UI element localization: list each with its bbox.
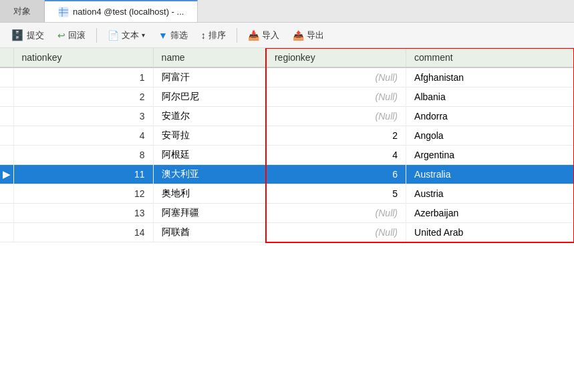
cell-comment: Australia <box>406 165 574 184</box>
import-label: 导入 <box>262 29 279 41</box>
row-indicator <box>0 126 13 146</box>
rollback-icon: ↩ <box>57 30 65 41</box>
cell-name: 阿联酋 <box>153 223 266 242</box>
cell-nationkey: 3 <box>13 107 153 126</box>
table-row[interactable]: 3安道尔(Null)Andorra <box>0 107 574 126</box>
text-dropdown-icon: ▾ <box>142 31 145 39</box>
cell-regionkey: (Null) <box>266 204 406 223</box>
cell-regionkey: (Null) <box>266 223 406 242</box>
data-table: nationkey name regionkey comment 1阿富汗(Nu… <box>0 48 574 242</box>
cell-regionkey: 4 <box>266 146 406 165</box>
separator-2 <box>237 28 237 43</box>
table-row[interactable]: 4安哥拉2Angola <box>0 126 574 146</box>
cell-regionkey: (Null) <box>266 67 406 87</box>
text-label: 文本 <box>122 29 139 41</box>
th-regionkey[interactable]: regionkey <box>266 48 406 67</box>
th-comment[interactable]: comment <box>406 48 574 67</box>
commit-icon: 🗄️ <box>11 29 24 41</box>
text-icon: 📄 <box>108 30 119 41</box>
th-name[interactable]: name <box>153 48 266 67</box>
cell-comment: Angola <box>406 126 574 146</box>
cell-regionkey: 2 <box>266 126 406 146</box>
row-indicator <box>0 184 13 204</box>
table-icon <box>58 7 69 17</box>
rollback-label: 回滚 <box>68 29 86 41</box>
import-button[interactable]: 📥 导入 <box>243 27 285 43</box>
sort-icon: ↕ <box>201 30 206 41</box>
cell-regionkey: (Null) <box>266 107 406 126</box>
table-row[interactable]: 13阿塞拜疆(Null)Azerbaijan <box>0 204 574 223</box>
row-indicator <box>0 223 13 242</box>
cell-regionkey: (Null) <box>266 87 406 107</box>
separator-1 <box>96 28 97 43</box>
tab-objects-label: 对象 <box>13 5 31 17</box>
table-row[interactable]: 1阿富汗(Null)Afghanistan <box>0 67 574 87</box>
cell-name: 安道尔 <box>153 107 266 126</box>
export-button[interactable]: 📤 导出 <box>287 27 329 43</box>
th-indicator <box>0 48 13 67</box>
cell-nationkey: 1 <box>13 67 153 87</box>
cell-nationkey: 4 <box>13 126 153 146</box>
cell-nationkey: 11 <box>13 165 153 184</box>
commit-label: 提交 <box>27 29 44 41</box>
cell-name: 阿尔巴尼 <box>153 87 266 107</box>
table-header-row: nationkey name regionkey comment <box>0 48 574 67</box>
export-icon: 📤 <box>293 30 304 41</box>
tab-nation4-label: nation4 @test (localhost) - ... <box>73 7 184 17</box>
row-indicator: ▶ <box>0 165 13 184</box>
row-indicator <box>0 87 13 107</box>
cell-comment: Afghanistan <box>406 67 574 87</box>
toolbar: 🗄️ 提交 ↩ 回滚 📄 文本 ▾ ▼ 筛选 ↕ 排序 📥 导入 📤 导出 <box>0 23 574 48</box>
cell-nationkey: 8 <box>13 146 153 165</box>
tab-bar: 对象 nation4 @test (localhost) - ... <box>0 0 574 23</box>
import-icon: 📥 <box>248 30 259 41</box>
table-row[interactable]: 8阿根廷4Argentina <box>0 146 574 165</box>
text-button[interactable]: 📄 文本 ▾ <box>102 27 150 43</box>
cell-name: 澳大利亚 <box>153 165 266 184</box>
cell-regionkey: 6 <box>266 165 406 184</box>
table-wrapper: nationkey name regionkey comment 1阿富汗(Nu… <box>0 48 574 242</box>
cell-comment: United Arab <box>406 223 574 242</box>
filter-button[interactable]: ▼ 筛选 <box>153 27 193 43</box>
table-row[interactable]: ▶11澳大利亚6Australia <box>0 165 574 184</box>
row-indicator <box>0 204 13 223</box>
cell-regionkey: 5 <box>266 184 406 204</box>
row-indicator <box>0 67 13 87</box>
cell-name: 阿富汗 <box>153 67 266 87</box>
row-indicator <box>0 146 13 165</box>
th-nationkey[interactable]: nationkey <box>13 48 153 67</box>
table-row[interactable]: 12奥地利5Austria <box>0 184 574 204</box>
cell-nationkey: 14 <box>13 223 153 242</box>
cell-name: 安哥拉 <box>153 126 266 146</box>
table-container: nationkey name regionkey comment 1阿富汗(Nu… <box>0 48 574 392</box>
cell-comment: Argentina <box>406 146 574 165</box>
cell-name: 阿根廷 <box>153 146 266 165</box>
rollback-button[interactable]: ↩ 回滚 <box>52 27 91 43</box>
table-row[interactable]: 14阿联酋(Null)United Arab <box>0 223 574 242</box>
cell-nationkey: 2 <box>13 87 153 107</box>
table-row[interactable]: 2阿尔巴尼(Null)Albania <box>0 87 574 107</box>
cell-comment: Albania <box>406 87 574 107</box>
cell-nationkey: 13 <box>13 204 153 223</box>
filter-label: 筛选 <box>170 29 188 41</box>
tab-objects[interactable]: 对象 <box>0 0 45 22</box>
cell-name: 奥地利 <box>153 184 266 204</box>
sort-label: 排序 <box>208 29 226 41</box>
svg-rect-0 <box>59 7 68 17</box>
tab-nation4[interactable]: nation4 @test (localhost) - ... <box>45 0 198 22</box>
cell-name: 阿塞拜疆 <box>153 204 266 223</box>
cell-comment: Austria <box>406 184 574 204</box>
filter-icon: ▼ <box>158 30 168 41</box>
cell-nationkey: 12 <box>13 184 153 204</box>
row-indicator <box>0 107 13 126</box>
cell-comment: Andorra <box>406 107 574 126</box>
commit-button[interactable]: 🗄️ 提交 <box>5 27 49 43</box>
export-label: 导出 <box>307 29 324 41</box>
sort-button[interactable]: ↕ 排序 <box>196 27 231 43</box>
cell-comment: Azerbaijan <box>406 204 574 223</box>
